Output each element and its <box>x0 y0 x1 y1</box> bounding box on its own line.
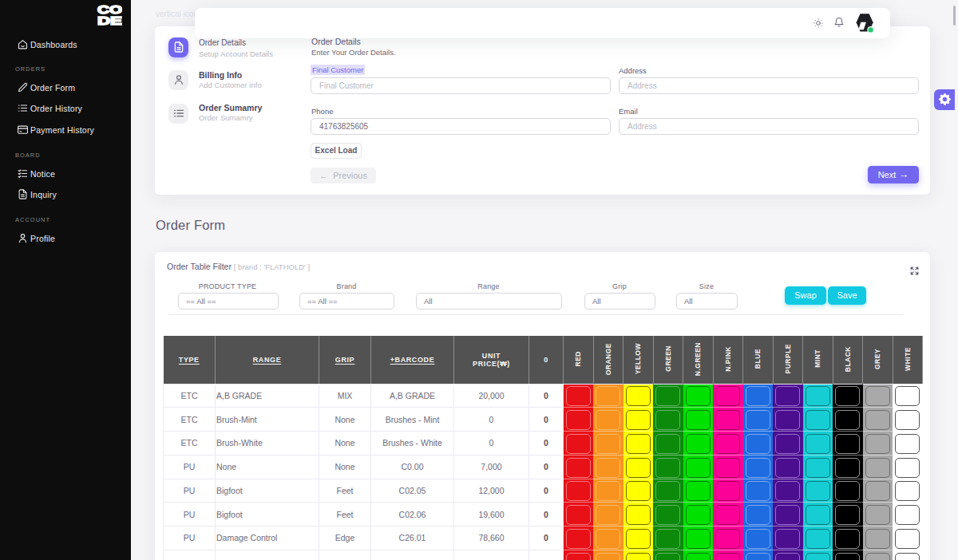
svg-text:DE: DE <box>97 14 122 26</box>
